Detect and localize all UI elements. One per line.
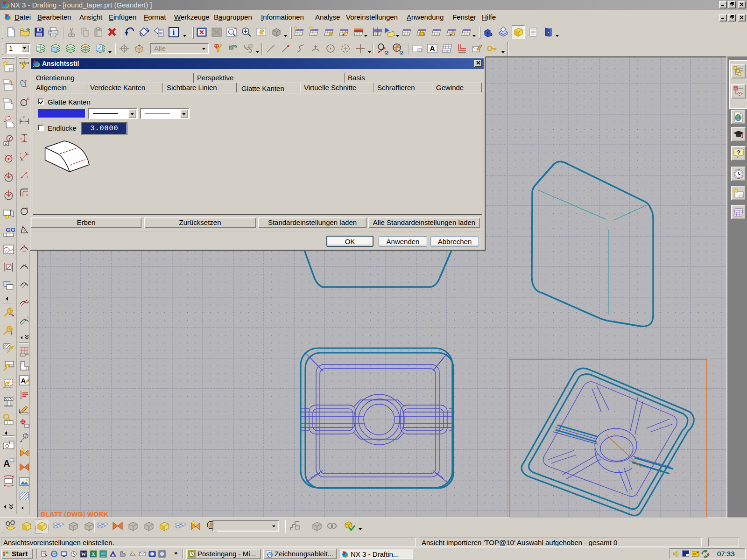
- svg-text:W: W: [81, 551, 86, 557]
- svg-text:X: X: [92, 551, 95, 557]
